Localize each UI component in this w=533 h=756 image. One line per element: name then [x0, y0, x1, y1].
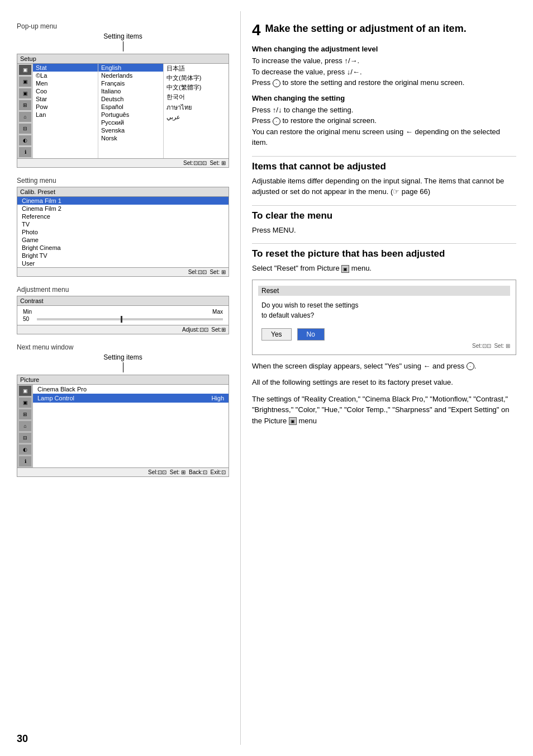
next-setting-items-container: Setting items: [17, 353, 229, 372]
reset-buttons: Yes No: [258, 328, 510, 341]
adj-level-text1: To increase the value, press ↑/→.: [252, 56, 359, 65]
adjustment-menu-label: Adjustment menu: [17, 286, 229, 294]
popup-col3-item5[interactable]: ภาษาไทย: [164, 102, 229, 113]
popup-col2-item8[interactable]: Русский: [98, 119, 163, 126]
picture-icon-2[interactable]: ▣: [19, 398, 31, 408]
picture-content: ▣ ▣ ⊞ ⌂ ⊟ ◐ ℹ Cinema Black Pro Lamp Cont…: [17, 385, 229, 467]
reset-dialog-box: Reset Do you wish to reset the settingst…: [252, 280, 516, 355]
picture-item-1[interactable]: Cinema Black Pro: [33, 385, 229, 394]
after-reset-text3: The settings of "Reality Creation," "Cin…: [252, 394, 516, 427]
adj-menu: Contrast Min Max 50 Adjust:: [17, 296, 229, 334]
popup-icon-6[interactable]: ⊟: [19, 124, 31, 134]
popup-col1-item5[interactable]: Star: [33, 95, 98, 103]
popup-col2-item6[interactable]: Español: [98, 103, 163, 111]
calib-item-4[interactable]: TV: [17, 220, 229, 228]
change-setting-heading: When changing the setting: [252, 94, 516, 102]
calib-menu: Calib. Preset Cinema Film 1 Cinema Film …: [17, 187, 229, 277]
popup-col3-item1[interactable]: 日本語: [164, 64, 229, 73]
step4-number: 4: [252, 22, 261, 38]
popup-menu-content: ▣ ▣ ▣ ⊞ ⌂ ⊟ ◐ ℹ Stat ©La: [17, 64, 229, 158]
popup-col1-item4[interactable]: Coo: [33, 87, 98, 95]
setting-items-label: Setting items: [17, 32, 229, 40]
popup-col1-item1[interactable]: Stat: [33, 64, 98, 72]
popup-icon-7[interactable]: ◐: [19, 135, 31, 145]
circle-icon-2: ·: [273, 117, 280, 125]
change-setting-text3: You can restore the original menu screen…: [252, 127, 500, 147]
popup-menu-list-area: Stat ©La Men Coo Star Pow Lan English Ne…: [33, 64, 229, 158]
step4-section: 4 Make the setting or adjustment of an i…: [252, 22, 516, 148]
next-setting-items-label: Setting items: [17, 353, 229, 361]
popup-icon-1[interactable]: ▣: [19, 65, 31, 75]
popup-col2-item1[interactable]: English: [98, 64, 163, 72]
change-setting-text2: Press · to restore the original screen.: [252, 116, 377, 125]
calib-item-8[interactable]: Bright TV: [17, 252, 229, 259]
calib-footer: Sel:⊡⊡ Set: ⊞: [17, 267, 229, 276]
popup-icon-2[interactable]: ▣: [19, 77, 31, 87]
step4-title-block: 4 Make the setting or adjustment of an i…: [252, 22, 516, 38]
popup-col1-item2[interactable]: ©La: [33, 72, 98, 79]
adj-track[interactable]: [37, 318, 223, 320]
reset-box-body: Do you wish to reset the settingsto defa…: [258, 300, 510, 324]
adj-level-text2: To decrease the value, press ↓/←.: [252, 68, 362, 76]
popup-icon-4[interactable]: ⊞: [19, 100, 31, 110]
popup-col1-item6[interactable]: Pow: [33, 103, 98, 111]
popup-col1-item7[interactable]: Lan: [33, 111, 98, 119]
picture-icon-1[interactable]: ▣: [19, 386, 31, 396]
popup-col2-item9[interactable]: Svenska: [98, 126, 163, 134]
cannot-adjust-text: Adjustable items differ depending on the…: [252, 176, 516, 197]
popup-col2-item2[interactable]: Nederlands: [98, 72, 163, 79]
popup-col2-item4[interactable]: Italiano: [98, 87, 163, 95]
popup-col2-item7[interactable]: Português: [98, 111, 163, 119]
popup-col3-item6[interactable]: عربي: [164, 113, 229, 121]
calib-item-3[interactable]: Reference: [17, 212, 229, 220]
picture-icon-4[interactable]: ⌂: [19, 421, 31, 431]
popup-menu-label: Pop-up menu: [17, 22, 229, 30]
popup-col2-item10[interactable]: Norsk: [98, 134, 163, 142]
reset-no-button[interactable]: No: [297, 328, 325, 341]
next-menu-section: Next menu window Setting items Picture ▣…: [17, 343, 229, 477]
calib-header: Calib. Preset: [17, 187, 229, 197]
picture-icon-5[interactable]: ⊟: [19, 433, 31, 443]
calib-item-1[interactable]: Cinema Film 1: [17, 197, 229, 205]
clear-menu-heading: To clear the menu: [252, 205, 516, 221]
change-setting-text1: Press ↑/↓ to change the setting.: [252, 106, 353, 114]
picture-icon-3[interactable]: ⊞: [19, 409, 31, 419]
setting-items-arrow: [123, 41, 123, 51]
picture-menu: Picture ▣ ▣ ⊞ ⌂ ⊟ ◐ ℹ Cinema Black Pro: [17, 375, 229, 477]
reset-box-footer: Set:⊡⊡ Set: ⊞: [258, 343, 510, 349]
picture-item-2[interactable]: Lamp Control High: [33, 394, 229, 403]
calib-item-9[interactable]: User: [17, 259, 229, 267]
popup-icon-5[interactable]: ⌂: [19, 112, 31, 122]
popup-col1: Stat ©La Men Coo Star Pow Lan: [33, 64, 98, 158]
popup-col3-item2[interactable]: 中文(简体字): [164, 73, 229, 83]
calib-item-2[interactable]: Cinema Film 2: [17, 205, 229, 212]
calib-item-6[interactable]: Game: [17, 236, 229, 244]
picture-icon-6[interactable]: ◐: [19, 445, 31, 455]
lamp-control-label: Lamp Control: [37, 395, 74, 401]
popup-col1-item3[interactable]: Men: [33, 79, 98, 87]
circle-icon-3: ·: [467, 362, 474, 370]
popup-col2-item5[interactable]: Deutsch: [98, 95, 163, 103]
popup-icon-3[interactable]: ▣: [19, 88, 31, 98]
popup-icon-8[interactable]: ℹ: [19, 147, 31, 157]
reset-yes-button[interactable]: Yes: [261, 328, 292, 341]
calib-item-7[interactable]: Bright Cinema: [17, 244, 229, 252]
popup-col3-item3[interactable]: 中文(繁體字): [164, 83, 229, 92]
change-setting-body: Press ↑/↓ to change the setting. Press ·…: [252, 105, 516, 148]
popup-menu-header: Setup: [17, 54, 229, 64]
adj-labels: Min Max: [23, 309, 223, 315]
next-setting-items-arrow: [123, 362, 123, 372]
adj-max-label: Max: [212, 309, 223, 315]
picture-icon-7[interactable]: ℹ: [19, 456, 31, 466]
popup-col3-item4[interactable]: 한국어: [164, 92, 229, 102]
adj-slider-row: 50: [23, 316, 223, 322]
popup-col3: 日本語 中文(简体字) 中文(繁體字) 한국어 ภาษาไทย عربي: [164, 64, 229, 158]
adj-footer: Adjust:⊡⊡ Set:⊞: [17, 325, 229, 334]
picture-header: Picture: [17, 375, 229, 385]
calib-item-5[interactable]: Photo: [17, 228, 229, 236]
popup-col2-item3[interactable]: Français: [98, 79, 163, 87]
clear-menu-text: Press MENU.: [252, 225, 516, 236]
circle-icon-1: ·: [273, 79, 280, 87]
after-reset-text1: When the screen display appears, select …: [252, 361, 516, 372]
adjustment-menu-section: Adjustment menu Contrast Min Max 50: [17, 286, 229, 334]
